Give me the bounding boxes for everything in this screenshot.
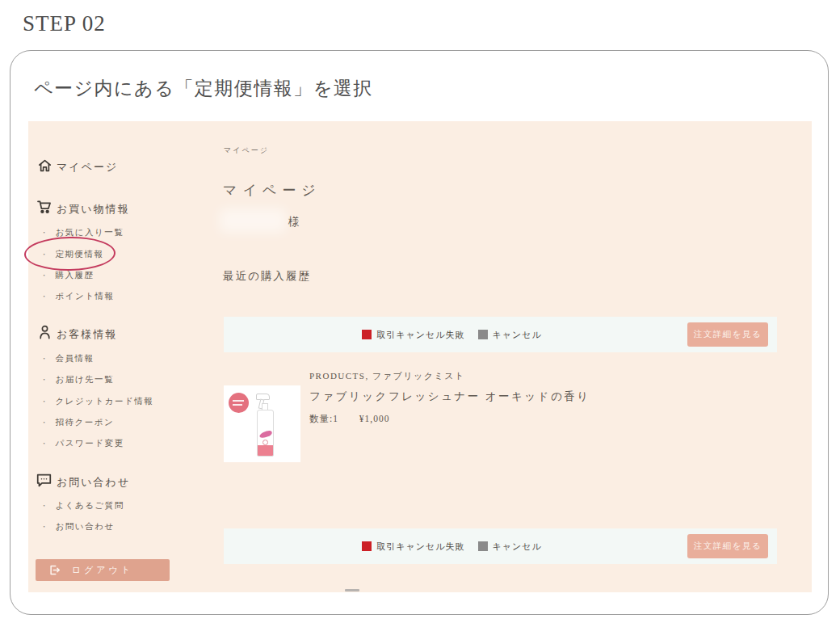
logout-button[interactable]: ログアウト <box>36 559 170 581</box>
mypage-panel <box>28 121 812 592</box>
bottle-base-shape <box>258 445 273 456</box>
sidebar-item-faq[interactable]: ・よくあるご質問 <box>40 500 124 511</box>
chat-icon <box>36 473 52 491</box>
bullet: ・ <box>40 293 49 301</box>
legend-item-cancel-failed: 取引キャンセル失敗 <box>362 541 464 553</box>
sidebar-item-password[interactable]: ・パスワード変更 <box>40 438 124 449</box>
sidebar-item-subscription[interactable]: ・定期便情報 <box>40 249 104 260</box>
page-title: マイページ <box>223 181 321 200</box>
bottle-ring-shape <box>262 440 268 445</box>
bottle-art-shape <box>258 430 272 440</box>
sidebar-item-label: お気に入り一覧 <box>56 228 124 237</box>
order-status-legend: 取引キャンセル失敗 キャンセル <box>224 317 680 352</box>
home-icon <box>37 158 52 176</box>
recent-purchases-title: 最近の購入履歴 <box>223 269 311 284</box>
sidebar-item-label: 会員情報 <box>56 354 94 363</box>
legend-item-cancel: キャンセル <box>478 541 542 553</box>
sidebar-section-contact[interactable]: お問い合わせ <box>57 475 130 490</box>
instruction-title: ページ内にある「定期便情報」を選択 <box>34 76 373 101</box>
bullet: ・ <box>40 440 49 448</box>
sidebar-item-label: 招待クーポン <box>56 418 115 427</box>
product-price: ¥1,000 <box>359 414 390 423</box>
product-quantity: 数量:1 <box>309 414 338 423</box>
sidebar-section-customer[interactable]: お客様情報 <box>57 327 117 342</box>
order-status-bar: 取引キャンセル失敗 キャンセル 注文詳細を見る <box>224 317 777 352</box>
legend-label: キャンセル <box>493 541 542 553</box>
bullet: ・ <box>40 376 49 384</box>
bullet: ・ <box>40 502 49 510</box>
customer-name-suffix: 様 <box>288 215 300 229</box>
breadcrumb[interactable]: マイページ <box>224 145 269 156</box>
logout-icon <box>48 564 61 576</box>
sidebar-section-shopping[interactable]: お買い物情報 <box>57 202 130 217</box>
sidebar-item-label: 購入履歴 <box>56 271 94 280</box>
bullet: ・ <box>40 272 49 280</box>
product-category: PRODUCTS, ファブリックミスト <box>309 370 465 382</box>
legend-label: キャンセル <box>493 329 542 341</box>
order-status-bar: 取引キャンセル失敗 キャンセル 注文詳細を見る <box>224 528 777 564</box>
sidebar-item-label: よくあるご質問 <box>56 501 124 510</box>
bullet: ・ <box>40 419 49 427</box>
product-badge-icon <box>229 393 249 413</box>
tutorial-screenshot: STEP 02 ページ内にある「定期便情報」を選択 マイページ お買い物情報 ・… <box>0 0 840 623</box>
sidebar-item-label: パスワード変更 <box>56 439 124 448</box>
redacted-customer-name <box>220 208 286 233</box>
user-icon <box>38 324 52 343</box>
legend-label: 取引キャンセル失敗 <box>376 329 464 341</box>
legend-item-cancel: キャンセル <box>478 329 542 341</box>
legend-item-cancel-failed: 取引キャンセル失敗 <box>362 329 464 341</box>
product-image[interactable] <box>224 385 300 462</box>
sidebar-item-addresses[interactable]: ・お届け先一覧 <box>40 374 114 385</box>
status-red-swatch <box>362 330 372 339</box>
sidebar-item-credit-card[interactable]: ・クレジットカード情報 <box>40 396 153 407</box>
bullet: ・ <box>40 250 49 259</box>
view-order-details-button[interactable]: 注文詳細を見る <box>687 322 768 347</box>
view-order-details-button[interactable]: 注文詳細を見る <box>687 534 768 558</box>
order-status-legend: 取引キャンセル失敗 キャンセル <box>224 528 680 564</box>
bullet: ・ <box>40 523 49 531</box>
sidebar-item-label: お問い合わせ <box>56 522 115 531</box>
sidebar-item-points[interactable]: ・ポイント情報 <box>40 291 114 302</box>
sidebar-item-label: お届け先一覧 <box>56 375 115 384</box>
product-name: ファブリックフレッシュナー オーキッドの香り <box>309 389 590 404</box>
step-label: STEP 02 <box>23 11 106 36</box>
sidebar-item-member-info[interactable]: ・会員情報 <box>40 353 94 364</box>
cropped-text-fragment <box>345 589 359 591</box>
logout-label: ログアウト <box>72 564 133 576</box>
sidebar-item-contact[interactable]: ・お問い合わせ <box>40 521 114 532</box>
status-gray-swatch <box>478 541 488 551</box>
sidebar-item-label: クレジットカード情報 <box>56 397 154 406</box>
cart-icon <box>36 199 52 218</box>
bullet: ・ <box>40 229 49 237</box>
sidebar-item-label: 定期便情報 <box>56 250 104 259</box>
sidebar-item-mypage[interactable]: マイページ <box>57 160 118 175</box>
bullet: ・ <box>40 398 49 406</box>
status-red-swatch <box>362 541 372 551</box>
sidebar-item-invite-coupon[interactable]: ・招待クーポン <box>40 417 114 428</box>
legend-label: 取引キャンセル失敗 <box>376 541 464 553</box>
bullet: ・ <box>40 355 49 363</box>
sidebar-item-favorites[interactable]: ・お気に入り一覧 <box>40 227 124 238</box>
status-gray-swatch <box>478 330 488 339</box>
sidebar-item-purchase-history[interactable]: ・購入履歴 <box>40 270 94 281</box>
bottle-body-shape <box>257 410 274 457</box>
sidebar-item-label: ポイント情報 <box>56 292 115 301</box>
product-quantity-price: 数量:1 ¥1,000 <box>309 413 389 425</box>
